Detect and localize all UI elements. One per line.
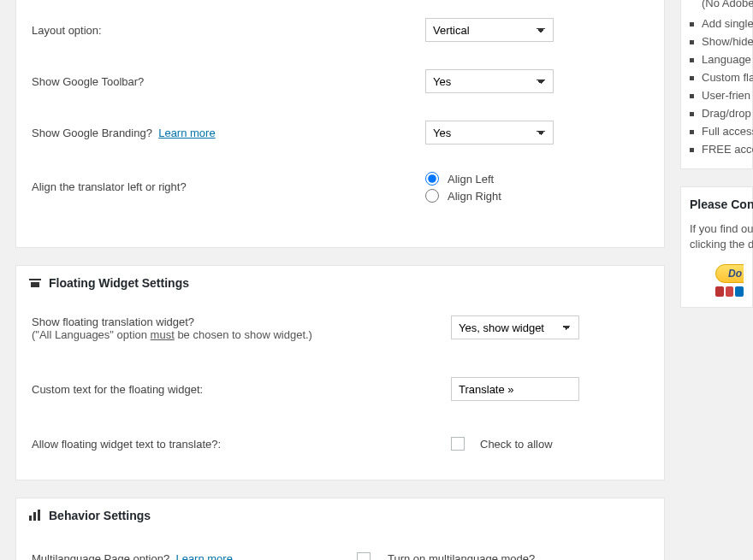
layout-option-row: Layout option: Vertical <box>32 8 649 52</box>
allow-translate-row: Allow floating widget text to translate?… <box>32 427 649 461</box>
show-floating-widget-label: Show floating translation widget? ("All … <box>32 315 451 341</box>
layout-option-select[interactable]: Vertical <box>425 18 554 42</box>
custom-text-input[interactable] <box>451 377 579 401</box>
svg-rect-3 <box>33 512 36 521</box>
align-right-label: Align Right <box>448 190 501 203</box>
show-branding-row: Show Google Branding? Learn more Yes <box>32 110 649 155</box>
donate-heading: Please Cons <box>690 197 744 211</box>
multilang-checkbox[interactable] <box>357 552 371 560</box>
align-left-radio[interactable] <box>425 172 439 186</box>
align-left-label: Align Left <box>448 173 494 186</box>
allow-translate-label: Allow floating widget text to translate?… <box>32 438 451 451</box>
multilang-row: Multilanguage Page option? Learn more Tu… <box>32 538 649 560</box>
floating-widget-panel: Floating Widget Settings Show floating t… <box>15 265 665 480</box>
list-item: Add single <box>690 15 744 32</box>
align-row: Align the translator left or right? Alig… <box>32 162 649 216</box>
multilang-label: Multilanguage Page option? Learn more <box>32 552 357 560</box>
general-settings-panel: Layout option: Vertical Show Google Tool… <box>15 0 665 248</box>
layout-option-label: Layout option: <box>32 24 425 37</box>
list-item: Show/hide <box>690 32 744 50</box>
multilang-check-label: Turn on multilanguage mode? <box>388 552 649 560</box>
behavior-settings-heading: Behavior Settings <box>16 498 664 528</box>
features-list: Add single Show/hide Language Custom fla… <box>690 9 744 158</box>
donate-text: If you find ou clicking the d <box>690 221 744 252</box>
bars-icon <box>28 509 42 522</box>
show-toolbar-row: Show Google Toolbar? Yes <box>32 59 649 103</box>
svg-rect-2 <box>29 516 32 521</box>
donate-button[interactable]: Do <box>715 264 744 283</box>
svg-rect-0 <box>29 279 41 280</box>
branding-learn-more-link[interactable]: Learn more <box>158 127 215 139</box>
list-item: Drag/drop <box>690 104 744 122</box>
show-floating-widget-select[interactable]: Yes, show widget <box>451 315 579 339</box>
align-right-radio[interactable] <box>425 189 439 203</box>
features-sidebar: (No Adobe Add single Show/hide Language … <box>680 0 753 169</box>
allow-translate-check-label: Check to allow <box>480 438 553 451</box>
list-item: Full access <box>690 122 744 140</box>
custom-text-row: Custom text for the floating widget: <box>32 367 649 411</box>
show-branding-label: Show Google Branding? Learn more <box>32 127 425 139</box>
list-item: Language <box>690 50 744 68</box>
show-toolbar-label: Show Google Toolbar? <box>32 75 425 88</box>
align-label: Align the translator left or right? <box>32 172 425 193</box>
show-floating-widget-row: Show floating translation widget? ("All … <box>32 305 649 351</box>
multilang-learn-more-link[interactable]: Learn more <box>175 552 232 560</box>
show-toolbar-select[interactable]: Yes <box>425 69 554 93</box>
widget-icon <box>28 276 42 290</box>
list-item: FREE acces <box>690 140 744 158</box>
allow-translate-checkbox[interactable] <box>451 437 465 451</box>
donate-sidebar: Please Cons If you find ou clicking the … <box>680 186 753 308</box>
svg-rect-4 <box>38 510 40 521</box>
list-item: User-frien <box>690 86 744 104</box>
custom-text-label: Custom text for the floating widget: <box>32 383 451 396</box>
list-note: (No Adobe <box>690 0 744 9</box>
svg-rect-1 <box>31 282 39 287</box>
show-branding-select[interactable]: Yes <box>425 121 554 144</box>
behavior-settings-panel: Behavior Settings Multilanguage Page opt… <box>15 498 665 560</box>
payment-cards-icon <box>715 286 744 297</box>
list-item: Custom fla <box>690 68 744 86</box>
floating-widget-heading: Floating Widget Settings <box>16 266 664 295</box>
